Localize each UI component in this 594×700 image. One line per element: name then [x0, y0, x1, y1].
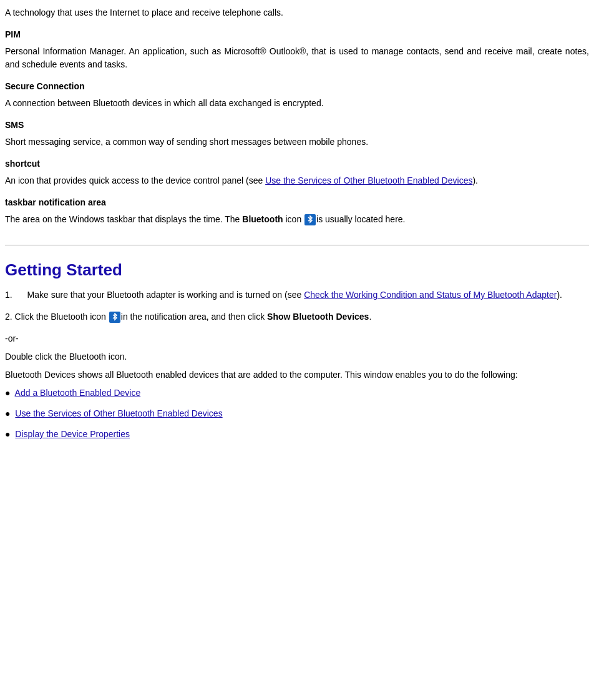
step-2-suffix: . — [369, 312, 371, 322]
sms-heading: SMS — [5, 119, 589, 132]
step-1-suffix: ). — [557, 290, 562, 300]
taskbar-body-prefix: The area on the Windows taskbar that dis… — [5, 214, 242, 224]
voip-body: A technology that uses the Internet to p… — [5, 6, 589, 19]
taskbar-bold: Bluetooth — [242, 214, 283, 224]
step-1-link[interactable]: Check the Working Condition and Status o… — [304, 290, 557, 300]
step-2: 2. Click the Bluetooth icon in the notif… — [5, 310, 589, 323]
shortcut-heading: shortcut — [5, 157, 589, 170]
bullet-item-2: Use the Services of Other Bluetooth Enab… — [5, 407, 589, 420]
step-1-indent: Make sure that your Bluetooth adapter is… — [15, 290, 562, 300]
double-click-text: Double click the Bluetooth icon. — [5, 350, 589, 363]
bluetooth-devices-text: Bluetooth Devices shows all Bluetooth en… — [5, 368, 589, 382]
step-1-prefix: Make sure that your Bluetooth adapter is… — [27, 290, 304, 300]
secure-connection-body: A connection between Bluetooth devices i… — [5, 97, 589, 110]
shortcut-body-prefix: An icon that provides quick access to th… — [5, 175, 265, 185]
taskbar-body-icon-label: icon — [283, 214, 304, 224]
bluetooth-icon-step2 — [109, 312, 120, 323]
section-divider — [5, 245, 589, 245]
step-1: 1. Make sure that your Bluetooth adapter… — [5, 288, 589, 302]
taskbar-heading: taskbar notification area — [5, 196, 589, 209]
step-2-bold: Show Bluetooth Devices — [267, 312, 369, 322]
pim-heading: PIM — [5, 28, 589, 41]
step-2-prefix: Click the Bluetooth icon — [15, 312, 109, 322]
shortcut-body-suffix: ). — [472, 175, 478, 185]
step-1-number: 1. — [5, 290, 12, 300]
taskbar-body-end: is usually located here. — [316, 214, 405, 224]
display-properties-link[interactable]: Display the Device Properties — [15, 429, 130, 439]
step-2-middle: in the notification area, and then click — [121, 312, 267, 322]
shortcut-link[interactable]: Use the Services of Other Bluetooth Enab… — [265, 175, 472, 185]
pim-body: Personal Information Manager. An applica… — [5, 45, 589, 71]
getting-started-title: Getting Started — [5, 258, 589, 282]
bullet-list: Add a Bluetooth Enabled Device Use the S… — [5, 387, 589, 441]
bluetooth-icon-taskbar — [304, 214, 316, 225]
shortcut-body: An icon that provides quick access to th… — [5, 174, 589, 187]
bullet-item-3: Display the Device Properties — [5, 428, 589, 441]
step-2-number: 2. — [5, 312, 12, 322]
secure-connection-heading: Secure Connection — [5, 80, 589, 93]
or-text: -or- — [5, 332, 589, 345]
taskbar-body: The area on the Windows taskbar that dis… — [5, 213, 589, 226]
add-bluetooth-link[interactable]: Add a Bluetooth Enabled Device — [15, 388, 141, 398]
use-services-link[interactable]: Use the Services of Other Bluetooth Enab… — [15, 408, 222, 418]
bullet-item-1: Add a Bluetooth Enabled Device — [5, 387, 589, 400]
sms-body: Short messaging service, a common way of… — [5, 136, 589, 149]
